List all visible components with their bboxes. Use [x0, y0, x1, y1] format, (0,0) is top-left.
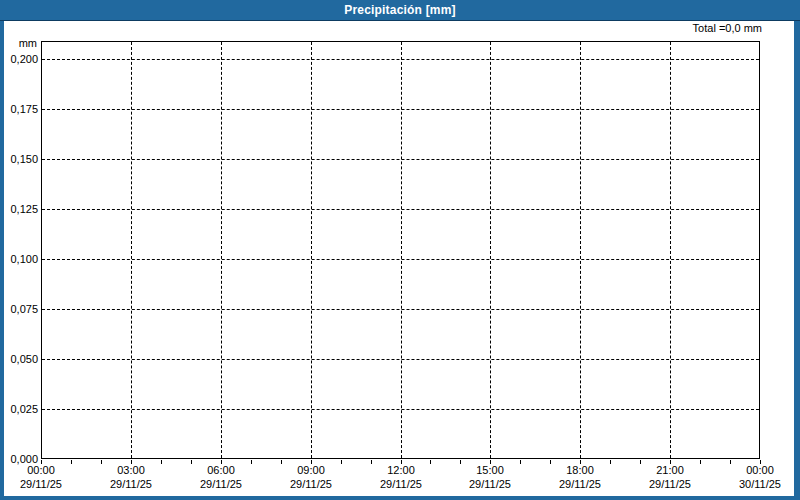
x-axis-tick [610, 460, 611, 464]
x-axis-time-label: 03:00 [86, 464, 176, 476]
x-axis-time-label: 06:00 [176, 464, 266, 476]
y-axis-tick-label: 0,050 [0, 353, 38, 365]
window-title: Precipitación [mm] [344, 3, 456, 17]
x-axis-tick [311, 460, 312, 464]
x-axis-tick [281, 460, 282, 464]
x-axis-tick [41, 460, 42, 464]
x-axis-date-label: 29/11/25 [445, 478, 535, 490]
y-axis-tick-label: 0,125 [0, 203, 38, 215]
x-axis-date-label: 29/11/25 [176, 478, 266, 490]
y-axis-tick-label: 0,175 [0, 103, 38, 115]
x-axis-tick [700, 460, 701, 464]
x-axis-time-label: 12:00 [356, 464, 446, 476]
x-axis-tick [341, 460, 342, 464]
x-axis-tick [670, 460, 671, 464]
y-axis-unit-label: mm [0, 37, 37, 49]
y-axis-tick-label: 0,150 [0, 153, 38, 165]
x-axis-tick [520, 460, 521, 464]
x-axis-tick [161, 460, 162, 464]
x-axis-time-label: 00:00 [0, 464, 86, 476]
x-gridline [131, 42, 132, 458]
y-axis-tick-label: 0,200 [0, 53, 38, 65]
x-axis-date-label: 29/11/25 [266, 478, 356, 490]
x-axis-date-label: 29/11/25 [86, 478, 176, 490]
x-axis-tick [760, 460, 761, 464]
x-axis-tick [401, 460, 402, 464]
y-axis-tick-label: 0,025 [0, 403, 38, 415]
x-axis-tick [371, 460, 372, 464]
x-axis-tick [191, 460, 192, 464]
x-axis-tick [251, 460, 252, 464]
x-axis-time-label: 21:00 [625, 464, 715, 476]
x-gridline [490, 42, 491, 458]
x-gridline [221, 42, 222, 458]
x-gridline [670, 42, 671, 458]
x-axis-tick [490, 460, 491, 464]
x-axis-tick [550, 460, 551, 464]
x-axis-tick [580, 460, 581, 464]
x-axis-date-label: 29/11/25 [625, 478, 715, 490]
x-axis-time-label: 18:00 [535, 464, 625, 476]
x-axis-date-label: 30/11/25 [715, 478, 800, 490]
x-gridline [401, 42, 402, 458]
window-frame: Precipitación [mm] Total =0,0 mm mm 0,20… [0, 0, 800, 500]
x-axis-date-label: 29/11/25 [0, 478, 86, 490]
x-axis-time-label: 09:00 [266, 464, 356, 476]
x-axis-tick [221, 460, 222, 464]
x-axis-time-label: 00:00 [715, 464, 800, 476]
x-gridline [311, 42, 312, 458]
x-axis-date-label: 29/11/25 [356, 478, 446, 490]
y-axis-tick-label: 0,100 [0, 253, 38, 265]
x-gridline [580, 42, 581, 458]
x-axis-tick [730, 460, 731, 464]
total-annotation: Total =0,0 mm [0, 22, 762, 34]
window-title-bar: Precipitación [mm] [0, 0, 800, 21]
x-axis-tick [640, 460, 641, 464]
x-axis-tick [430, 460, 431, 464]
x-axis-tick [131, 460, 132, 464]
y-axis-tick-label: 0,075 [0, 303, 38, 315]
x-axis-tick [101, 460, 102, 464]
x-axis-tick [71, 460, 72, 464]
x-axis-tick [460, 460, 461, 464]
x-axis-time-label: 15:00 [445, 464, 535, 476]
x-axis-date-label: 29/11/25 [535, 478, 625, 490]
